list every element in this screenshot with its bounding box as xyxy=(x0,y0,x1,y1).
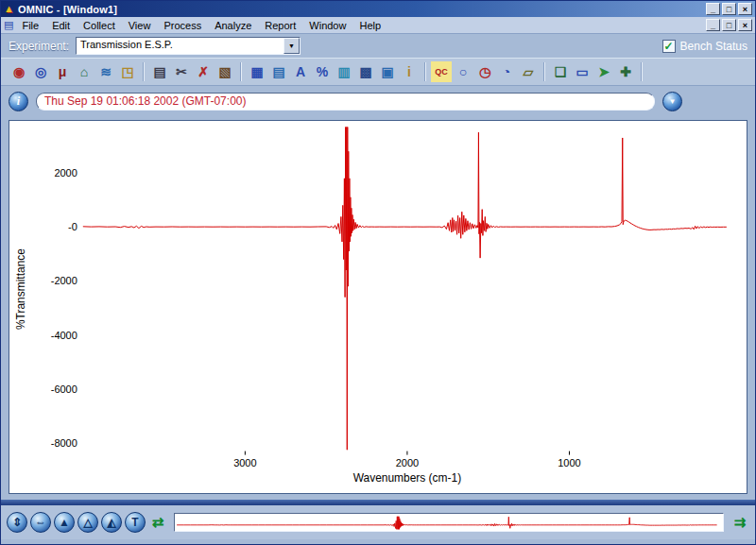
copy-to-report-icon[interactable]: ❏ xyxy=(550,61,571,82)
experiment-dropdown[interactable]: Transmission E.S.P. ▼ xyxy=(76,37,301,55)
baseline-tool-button[interactable]: ◭ xyxy=(101,512,122,533)
spectrum-trace xyxy=(83,127,727,450)
y-tick-label: -4000 xyxy=(51,330,77,341)
main-toolbar: ◉ ◎ μ ⌂ ≋ ◳ ▤ ✂ ✗ ▧ ▦ ▤ A % ▥ ▩ ▣ i QC ○… xyxy=(1,58,755,86)
autoscale-icon[interactable]: ▣ xyxy=(377,61,398,82)
absorbance-convert-icon[interactable]: A xyxy=(290,61,311,82)
spectrum-minimap[interactable] xyxy=(174,513,724,532)
horizontal-scale-tool-button[interactable]: ⇔ xyxy=(30,512,51,533)
close-button[interactable]: × xyxy=(738,3,752,15)
info-box-icon[interactable]: i xyxy=(399,61,420,82)
child-restore-button[interactable]: □ xyxy=(722,19,736,31)
menu-window[interactable]: Window xyxy=(302,18,352,33)
peak-area-tool-button[interactable]: △ xyxy=(77,512,98,533)
collect-sample-icon[interactable]: ◉ xyxy=(9,61,29,82)
child-window-icon[interactable]: ▤ xyxy=(4,19,13,31)
overlay-spectra-icon[interactable]: ▤ xyxy=(268,61,289,82)
menu-view[interactable]: View xyxy=(122,18,158,33)
x-axis-label: Wavenumbers (cm-1) xyxy=(353,471,461,485)
cut-icon[interactable]: ✂ xyxy=(171,61,192,82)
window-title: OMNIC - [Window1] xyxy=(18,4,702,15)
full-scale-icon[interactable]: ▥ xyxy=(334,61,354,82)
kinetics-clock-icon[interactable]: ◷ xyxy=(474,61,495,82)
child-close-button[interactable]: × xyxy=(738,19,752,31)
menu-process[interactable]: Process xyxy=(157,18,208,33)
experiment-bar: Experiment: Transmission E.S.P. ▼ ✓ Benc… xyxy=(1,34,755,58)
toolbar-divider xyxy=(641,62,643,81)
annotation-tool-button[interactable]: T xyxy=(125,512,146,533)
experiment-setup-icon[interactable]: μ xyxy=(52,61,73,82)
library-search-icon[interactable]: ○ xyxy=(453,61,473,82)
menu-report[interactable]: Report xyxy=(258,18,302,33)
scroll-spectrum-icon[interactable]: ⇉ xyxy=(730,514,749,531)
bench-status-check-icon: ✓ xyxy=(662,40,676,53)
menu-help[interactable]: Help xyxy=(352,18,387,33)
menu-collect[interactable]: Collect xyxy=(77,18,122,33)
menu-analyze[interactable]: Analyze xyxy=(208,18,258,33)
common-scale-icon[interactable]: ▩ xyxy=(355,61,376,82)
maximize-button[interactable]: □ xyxy=(722,3,736,15)
menu-edit[interactable]: Edit xyxy=(45,18,77,33)
omnic-window: ▲ OMNIC - [Window1] _ □ × ▤ File Edit Co… xyxy=(0,0,756,545)
report-preview-icon[interactable]: ▱ xyxy=(518,61,539,82)
info-icon[interactable]: i xyxy=(9,92,28,111)
transmittance-convert-icon[interactable]: % xyxy=(312,61,333,82)
menu-file[interactable]: File xyxy=(15,18,45,33)
peak-height-tool-button[interactable]: ▲ xyxy=(54,512,75,533)
atmospheric-suppression-icon[interactable]: ≋ xyxy=(95,61,116,82)
toolbar-divider xyxy=(240,62,242,81)
paste-icon[interactable]: ▧ xyxy=(215,61,235,82)
toolbar-divider xyxy=(143,62,145,81)
run-macro-icon[interactable]: ➤ xyxy=(593,61,614,82)
y-tick-label: 2000 xyxy=(54,167,77,179)
y-tick-label: -0 xyxy=(68,221,77,232)
dropdown-arrow-icon[interactable]: ▼ xyxy=(284,38,300,54)
child-window-controls: _ □ × xyxy=(706,19,752,31)
expand-info-button[interactable]: ▼ xyxy=(662,92,682,111)
gauge-icon[interactable]: ◔ xyxy=(496,61,517,82)
minimize-button[interactable]: _ xyxy=(706,3,720,15)
print-icon[interactable]: ▤ xyxy=(149,61,170,82)
omnic-logo-icon: ▲ xyxy=(4,4,14,14)
view-finder-bar: ⇕ ⇔ ▲ △ ◭ T ⇄ ⇉ xyxy=(1,505,755,539)
vertical-scale-tool-button[interactable]: ⇕ xyxy=(7,512,27,533)
window-controls: _ □ × xyxy=(706,3,752,15)
spectrum-chart[interactable]: 3000200010002000-0-2000-4000-6000-8000Wa… xyxy=(9,121,747,493)
y-tick-label: -2000 xyxy=(51,275,77,286)
x-tick-label: 2000 xyxy=(396,457,419,468)
toolbar-divider xyxy=(543,62,545,81)
delete-icon[interactable]: ✗ xyxy=(193,61,214,82)
bench-status-label: Bench Status xyxy=(680,40,747,53)
x-tick-label: 1000 xyxy=(558,457,580,468)
toolbar-divider xyxy=(424,62,426,81)
stack-spectra-icon[interactable]: ▦ xyxy=(247,61,267,82)
qc-check-icon[interactable]: QC xyxy=(431,61,452,82)
collect-background-icon[interactable]: ◎ xyxy=(30,61,51,82)
optical-bench-icon[interactable]: ⌂ xyxy=(74,61,94,82)
title-bar[interactable]: ▲ OMNIC - [Window1] _ □ × xyxy=(1,1,755,17)
spectrum-pane[interactable]: 3000200010002000-0-2000-4000-6000-8000Wa… xyxy=(9,120,747,494)
report-template-icon[interactable]: ▭ xyxy=(572,61,593,82)
experiment-value: Transmission E.S.P. xyxy=(77,38,284,54)
child-minimize-button[interactable]: _ xyxy=(706,19,720,31)
y-tick-label: -8000 xyxy=(51,437,77,449)
experiment-label: Experiment: xyxy=(9,40,69,53)
bench-status: ✓ Bench Status xyxy=(662,40,747,53)
library-create-icon[interactable]: ✚ xyxy=(615,61,636,82)
minimap-trace xyxy=(177,517,717,530)
menu-bar: ▤ File Edit Collect View Process Analyze… xyxy=(1,17,755,34)
open-file-icon[interactable]: ◳ xyxy=(117,61,138,82)
x-tick-label: 3000 xyxy=(233,457,256,468)
viewfinder-mode-icon[interactable]: ⇄ xyxy=(148,514,167,531)
y-axis-label: %Transmittance xyxy=(14,248,27,330)
collect-status-bar: i Thu Sep 19 01:06:18 2002 (GMT-07:00) ▼ xyxy=(1,86,755,116)
y-tick-label: -6000 xyxy=(51,383,77,395)
timestamp-field: Thu Sep 19 01:06:18 2002 (GMT-07:00) xyxy=(36,93,655,111)
